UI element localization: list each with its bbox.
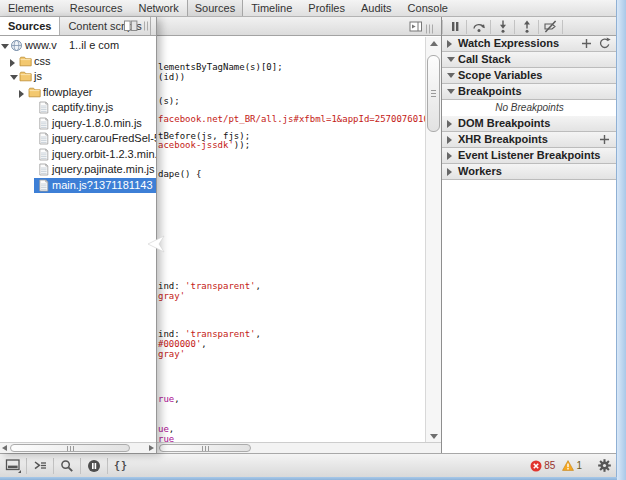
globe-icon <box>10 39 23 52</box>
file-icon <box>37 101 50 114</box>
panel-tab-network[interactable]: Network <box>130 0 186 16</box>
debugger-toolbar <box>442 17 617 36</box>
show-navigator-icon[interactable] <box>409 19 422 32</box>
tree-item-label: jquery.pajinate.min.js <box>52 162 155 178</box>
section-header-workers[interactable]: Workers <box>442 164 617 180</box>
grip-icon[interactable] <box>143 20 152 32</box>
add-icon[interactable] <box>580 37 594 50</box>
pretty-print-button[interactable]: {} <box>108 454 134 477</box>
expand-arrow-icon[interactable] <box>19 90 24 98</box>
tree-item-label: main.js?1371181143 <box>52 178 153 194</box>
section-header-breakpoints[interactable]: Breakpoints <box>442 84 617 100</box>
panel-tab-profiles[interactable]: Profiles <box>300 0 353 16</box>
tree-item-js[interactable]: js <box>0 69 156 85</box>
error-count-badge[interactable]: 85 <box>530 460 555 472</box>
section-title: DOM Breakpoints <box>458 117 550 129</box>
code-line: acebook-jssdk')); <box>158 140 250 150</box>
panel-tab-elements[interactable]: Elements <box>0 0 62 16</box>
section-header-call-stack[interactable]: Call Stack <box>442 52 617 68</box>
deactivate-breakpoints-button[interactable] <box>539 17 562 35</box>
dock-button[interactable] <box>0 454 26 477</box>
pause-button[interactable] <box>443 17 466 35</box>
tree-item-label: captify.tiny.js <box>52 100 113 116</box>
tree-item-jquery-pajinate-min-js[interactable]: jquery.pajinate.min.js <box>0 162 156 178</box>
console-button[interactable] <box>27 454 53 477</box>
split-view-icon[interactable] <box>124 20 138 32</box>
section-title: Event Listener Breakpoints <box>458 149 600 161</box>
warning-count-badge[interactable]: 1 <box>562 460 582 471</box>
step-into-button[interactable] <box>491 17 514 35</box>
window-edge-right <box>616 0 626 480</box>
refresh-icon[interactable] <box>598 37 612 50</box>
step-out-button[interactable] <box>515 17 538 35</box>
tree-item-label: www.v 1..il e com <box>25 38 119 54</box>
folder-icon <box>19 55 32 68</box>
deactivate-breakpoints-icon <box>543 20 558 33</box>
navigator-tab-sources[interactable]: Sources <box>0 17 60 35</box>
scroll-down-arrow-icon[interactable] <box>430 434 438 439</box>
navigator-horizontal-scrollbar[interactable] <box>0 442 156 453</box>
expand-arrow-icon <box>447 40 452 48</box>
tree-item-label: jquery.carouFredSel-5.6.1.min.js <box>52 131 156 147</box>
sidebar-resize-divider[interactable] <box>441 17 442 453</box>
step-over-button[interactable] <box>467 17 490 35</box>
tree-item-jquery-orbit-1-2-3-min-js[interactable]: jquery.orbit-1.2.3.min.js <box>0 147 156 163</box>
section-title: Scope Variables <box>458 69 542 81</box>
expand-arrow-icon[interactable] <box>10 59 15 67</box>
pause-on-exceptions-icon <box>87 459 101 473</box>
scroll-grip-icon <box>431 90 436 97</box>
file-navigator-overlay: SourcesContent scripts www.v 1..il e com… <box>0 17 157 453</box>
scroll-left-arrow-icon[interactable] <box>2 445 7 451</box>
tree-item-label: jquery.orbit-1.2.3.min.js <box>52 147 156 163</box>
panel-tab-resources[interactable]: Resources <box>62 0 131 16</box>
horizontal-scroll-thumb[interactable] <box>10 444 130 452</box>
horizontal-scroll-thumb[interactable] <box>159 444 251 452</box>
code-line: (id)) <box>158 72 185 82</box>
source-editor: lementsByTagName(s)[0];(id))(s);facebook… <box>156 36 441 453</box>
vertical-scroll-thumb[interactable] <box>427 55 440 132</box>
settings-button[interactable] <box>595 457 613 475</box>
tree-item-flowplayer[interactable]: flowplayer <box>0 85 156 101</box>
search-button[interactable] <box>54 454 80 477</box>
section-title: Breakpoints <box>458 85 522 97</box>
code-line: gray' <box>158 291 185 301</box>
section-header-dom-breakpoints[interactable]: DOM Breakpoints <box>442 116 617 132</box>
devtools-panel-tab-bar: ElementsResourcesNetworkSourcesTimelineP… <box>0 0 617 17</box>
section-header-xhr-breakpoints[interactable]: XHR Breakpoints <box>442 132 617 148</box>
panel-tab-console[interactable]: Console <box>400 0 456 16</box>
code-area[interactable]: lementsByTagName(s)[0];(id))(s);facebook… <box>156 36 425 443</box>
code-line: (s); <box>158 96 180 106</box>
section-header-scope-variables[interactable]: Scope Variables <box>442 68 617 84</box>
navigator-tab-bar: SourcesContent scripts <box>0 17 156 36</box>
tree-item-www-v-1-il-e-com[interactable]: www.v 1..il e com <box>0 38 156 54</box>
step-over-icon <box>472 20 486 33</box>
pause-on-exceptions-button[interactable] <box>81 454 107 477</box>
warning-count: 1 <box>576 460 582 471</box>
section-title: Workers <box>458 165 502 177</box>
file-icon <box>37 117 50 130</box>
panel-tab-timeline[interactable]: Timeline <box>243 0 300 16</box>
scroll-right-arrow-icon[interactable] <box>149 445 154 451</box>
editor-toolbar <box>156 17 441 36</box>
code-line: #000000', <box>158 339 207 349</box>
editor-vertical-scrollbar[interactable] <box>425 37 441 443</box>
section-header-watch-expressions[interactable]: Watch Expressions <box>442 36 617 52</box>
scroll-up-arrow-icon[interactable] <box>430 41 438 46</box>
editor-horizontal-scrollbar[interactable] <box>156 442 441 453</box>
panel-tab-audits[interactable]: Audits <box>353 0 400 16</box>
tree-item-captify-tiny-js[interactable]: captify.tiny.js <box>0 100 156 116</box>
pause-icon <box>448 20 462 33</box>
code-line: ue, <box>158 424 174 434</box>
collapse-arrow-icon[interactable] <box>1 44 9 49</box>
panel-tab-sources[interactable]: Sources <box>187 0 243 16</box>
section-header-event-listener-breakpoints[interactable]: Event Listener Breakpoints <box>442 148 617 164</box>
tree-item-jquery-1-8-0-min-js[interactable]: jquery-1.8.0.min.js <box>0 116 156 132</box>
mouse-cursor <box>146 234 166 254</box>
tree-item-css[interactable]: css <box>0 54 156 70</box>
tree-item-main-js-1371181143[interactable]: main.js?1371181143 <box>0 178 156 194</box>
tree-item-label: jquery-1.8.0.min.js <box>52 116 142 132</box>
collapse-arrow-icon[interactable] <box>10 75 18 80</box>
add-icon[interactable] <box>598 133 612 146</box>
tree-item-jquery-caroufredsel-5-6-1-min-js[interactable]: jquery.carouFredSel-5.6.1.min.js <box>0 131 156 147</box>
file-icon <box>37 132 50 145</box>
